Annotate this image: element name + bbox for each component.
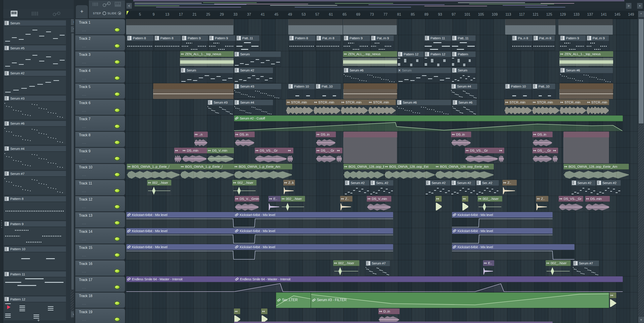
- clip-header[interactable]: ↦002_..hiser: [232, 180, 256, 186]
- clip-header[interactable]: Serum #2: [234, 67, 273, 73]
- track-header[interactable]: Track 19...: [75, 309, 125, 323]
- pattern-clip[interactable]: Pattern 10: [504, 83, 532, 99]
- track-header[interactable]: Track 5...: [75, 83, 125, 99]
- clip-header[interactable]: Kickstart-64bit - Mix level: [126, 228, 234, 234]
- clip-header[interactable]: ×Serum: [397, 67, 451, 73]
- clip-header[interactable]: ↦DS_.._Gr: [316, 148, 336, 153]
- track-mute-led[interactable]: [114, 317, 120, 322]
- track-mute-led[interactable]: [114, 140, 120, 145]
- automation-clip[interactable]: Kickstart-64bit - Mix level: [234, 228, 393, 244]
- clip-header[interactable]: Pattern 8: [154, 35, 181, 41]
- clip-header[interactable]: ↦DS_VS.._Gr: [465, 148, 498, 153]
- audio-clip[interactable]: ↦002_..hiser: [232, 180, 256, 195]
- track-menu-dots[interactable]: ...: [82, 76, 86, 80]
- track-header[interactable]: Track 15...: [75, 244, 125, 260]
- track-mute-led[interactable]: [114, 189, 120, 193]
- automation-clip[interactable]: Serum #2 - Cutoff: [234, 115, 623, 131]
- audio-clip[interactable]: ↦: [174, 148, 182, 163]
- pattern-clip[interactable]: Serum #2: [571, 180, 596, 195]
- audio-clip[interactable]: ↦BOS_OWVA_128..oop_Eei: [344, 164, 384, 179]
- clip-header[interactable]: Serum #6: [560, 67, 613, 73]
- pattern-clip[interactable]: Pat..rn 9: [370, 35, 394, 51]
- clip-header[interactable]: Pattern 11: [424, 35, 451, 41]
- automation-clip[interactable]: Kickstart-64bit - Mix level: [452, 228, 552, 244]
- audio-clip[interactable]: ↦ZEN_ALL_1.._top_nexus: [180, 51, 234, 67]
- vertical-scrollbar[interactable]: ^ v: [638, 11, 644, 323]
- track-menu-dots[interactable]: ...: [82, 269, 86, 273]
- clip-header[interactable]: ↦D..in: [378, 309, 400, 314]
- track-header[interactable]: Track 6...: [75, 99, 125, 115]
- clip-header[interactable]: ↦E..: [268, 196, 281, 202]
- clip-header[interactable]: Pattern 9: [181, 35, 208, 41]
- audio-clip[interactable]: ↦E..: [268, 196, 281, 212]
- track-mute-led[interactable]: [114, 221, 120, 225]
- clip-header[interactable]: ↦: [174, 148, 182, 153]
- clip-header[interactable]: Serum: [234, 51, 281, 57]
- track-header[interactable]: Track 7...: [75, 115, 125, 131]
- clip-header[interactable]: ↦ZEN_ALL_1.._top_nexus: [180, 51, 234, 57]
- pattern-clip[interactable]: Serum #3: [207, 99, 234, 115]
- track-mute-led[interactable]: [114, 237, 120, 241]
- slide-link-icon[interactable]: [103, 1, 111, 7]
- track-mute-led[interactable]: [114, 108, 120, 112]
- audio-clip[interactable]: ↦E..: [483, 260, 494, 276]
- clip-header[interactable]: Pattern 9: [343, 35, 370, 41]
- clip-header[interactable]: ↦: [261, 309, 268, 314]
- track-mute-led[interactable]: [114, 60, 120, 64]
- automation-clip[interactable]: Kickstart-64bit - Mix level: [452, 212, 552, 228]
- pattern-clip[interactable]: Pattern 12: [424, 51, 451, 67]
- pattern-clip[interactable]: Serum #2: [596, 180, 621, 195]
- partial-next-track-clip[interactable]: [234, 322, 552, 323]
- pattern-clip[interactable]: Serum #2: [425, 180, 450, 195]
- track-mute-led[interactable]: [114, 172, 120, 177]
- scroll-up-button[interactable]: ^: [638, 11, 644, 17]
- clip-header[interactable]: Patt..10: [532, 83, 555, 89]
- pattern-title[interactable]: Serum #6: [4, 121, 66, 126]
- clip-header[interactable]: ↦STCR..min: [586, 99, 609, 105]
- clip-header[interactable]: Serum #2 - Cutoff: [234, 115, 623, 121]
- track-header[interactable]: Track 8...: [75, 132, 125, 147]
- audio-clip[interactable]: ↦DS_VS.._Gr: [255, 148, 287, 163]
- pattern-clip[interactable]: Patt..11: [236, 35, 260, 51]
- pattern-clip[interactable]: Serum #2: [450, 180, 476, 195]
- pattern-clip[interactable]: Serum #7: [365, 260, 390, 276]
- audio-tab-wave-icon[interactable]: [31, 11, 39, 16]
- clip-header[interactable]: ↦STCR..min: [286, 99, 313, 105]
- track-mute-led[interactable]: [114, 205, 120, 209]
- automation-clip[interactable]: Serum #3 - FILTER: [311, 292, 609, 308]
- track-header[interactable]: Track 12...: [75, 196, 125, 212]
- audio-clip[interactable]: ↦DS..min: [585, 196, 610, 212]
- audio-clip[interactable]: ↦002_..hiser: [546, 260, 571, 276]
- audio-clip[interactable]: ↦DS_.._Gr: [532, 148, 552, 163]
- track-header[interactable]: Track 1...: [75, 19, 125, 35]
- audio-clip[interactable]: ↦STCR..min: [560, 99, 586, 115]
- pattern-title[interactable]: Pattern 9: [4, 221, 66, 227]
- track-menu-dots[interactable]: ...: [82, 92, 86, 96]
- audio-clip[interactable]: ↦STCR..min: [368, 99, 396, 115]
- clip-header[interactable]: ↦DS..in: [532, 132, 552, 137]
- track-header[interactable]: Track 9...: [75, 148, 125, 163]
- audio-clip[interactable]: ↦DS..in: [234, 132, 255, 147]
- track-mute-led[interactable]: [114, 156, 120, 161]
- clip-header[interactable]: ↦E..: [483, 260, 494, 266]
- clip-header[interactable]: Serum: [180, 67, 234, 73]
- clip-header[interactable]: Serum #2: [344, 180, 370, 186]
- clip-header[interactable]: ↦002_..hiser: [147, 180, 171, 186]
- audio-clip[interactable]: ↦BOS_OWVA_1..p_Eerie_Am: [234, 164, 292, 179]
- clip-header[interactable]: Patt..11: [236, 35, 260, 41]
- clip-header[interactable]: Pattern 10: [288, 83, 315, 89]
- clip-header[interactable]: Kickstart-64bit - Mix level: [234, 244, 393, 250]
- clip-header[interactable]: ↦DS..min: [585, 196, 610, 202]
- clip-header[interactable]: Serum #4: [234, 100, 273, 105]
- pattern-clip[interactable]: Patt..10: [532, 83, 556, 99]
- add-track-tab[interactable]: +: [76, 5, 88, 18]
- pattern-clip[interactable]: Patt..10: [315, 83, 341, 99]
- pattern-clip[interactable]: Pat..rn 8: [533, 35, 555, 51]
- track-header[interactable]: Track 4...: [75, 67, 125, 83]
- automation-tab-link-icon[interactable]: [53, 11, 60, 16]
- clip-header[interactable]: ↦DS..in: [234, 132, 255, 137]
- audio-clip[interactable]: ↦DS..in: [451, 132, 471, 147]
- automation-clip[interactable]: Endless Smile 64 - Master - Intensit: [126, 276, 234, 292]
- clip-header[interactable]: Pattern 12: [397, 51, 424, 57]
- automation-clip[interactable]: Kickstart-64bit - Mix level: [126, 228, 234, 244]
